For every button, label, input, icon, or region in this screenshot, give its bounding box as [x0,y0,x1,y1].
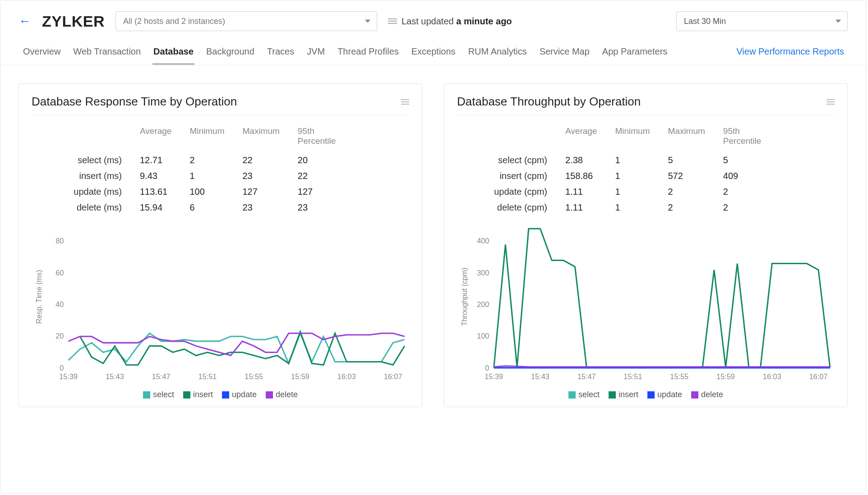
svg-text:15:43: 15:43 [106,372,124,380]
chart-legend: selectinsertupdatedelete [32,390,409,399]
row-label: update (ms) [59,184,131,200]
cell-p95: 23 [289,200,343,215]
app-title: ZYLKER [42,13,105,30]
svg-text:80: 80 [55,237,64,245]
tab-rum-analytics[interactable]: RUM Analytics [467,42,528,65]
panel-title: Database Throughput by Operation [457,95,641,109]
row-label: select (cpm) [484,152,556,168]
cell-avg: 158.86 [556,168,606,184]
cell-avg: 113.61 [131,184,180,200]
row-label: insert (cpm) [484,168,556,184]
cell-avg: 1.11 [556,184,606,200]
tab-app-parameters[interactable]: App Parameters [601,42,669,65]
table-row: delete (ms)15.9462323 [59,200,343,215]
svg-text:100: 100 [477,332,489,340]
svg-text:16:03: 16:03 [763,372,781,380]
tab-service-map[interactable]: Service Map [539,42,591,65]
cell-min: 1 [606,200,659,215]
legend-label: select [153,390,174,399]
panel-response-time: Database Response Time by Operation Aver… [18,83,422,407]
legend-swatch [647,391,655,399]
cell-min: 1 [606,184,659,200]
col-header: Minimum [606,124,659,152]
tab-background[interactable]: Background [205,42,255,65]
chevron-down-icon [365,20,370,23]
col-header: 95thPercentile [289,124,343,152]
col-header: 95thPercentile [714,124,768,152]
cell-p95: 20 [289,152,343,168]
chart-throughput: 0100200300400Throughput (cpm)15:3915:431… [457,221,835,386]
svg-text:20: 20 [55,332,64,340]
cell-min: 2 [180,152,233,168]
tab-traces[interactable]: Traces [266,42,295,65]
cell-avg: 9.43 [131,168,180,184]
chart-response-time: 020406080Resp. Time (ms)15:3915:4315:471… [32,221,409,386]
panel-menu-icon[interactable] [826,98,835,106]
panel-title: Database Response Time by Operation [32,95,237,109]
cell-max: 23 [234,200,289,215]
last-updated-value: a minute ago [456,16,512,26]
menu-icon[interactable] [388,17,397,25]
tab-bar: OverviewWeb TransactionDatabaseBackgroun… [0,37,866,65]
tab-database[interactable]: Database [152,42,194,65]
panel-menu-icon[interactable] [401,98,409,106]
legend-swatch [143,391,150,399]
table-row: delete (cpm)1.11122 [484,200,768,215]
svg-text:15:39: 15:39 [59,372,78,380]
table-row: update (ms)113.61100127127 [59,184,343,200]
row-label: delete (cpm) [484,200,556,215]
cell-avg: 1.11 [556,200,606,215]
svg-text:Resp. Time (ms): Resp. Time (ms) [35,270,43,324]
svg-text:15:59: 15:59 [716,372,735,380]
cell-min: 1 [606,152,659,168]
svg-text:0: 0 [485,364,489,372]
legend-item-insert[interactable]: insert [183,390,213,399]
svg-text:15:51: 15:51 [199,372,217,380]
legend-item-insert[interactable]: insert [609,390,638,399]
row-label: update (cpm) [484,184,556,200]
tab-exceptions[interactable]: Exceptions [411,42,457,65]
cell-max: 22 [234,152,289,168]
legend-swatch [609,391,616,399]
svg-text:400: 400 [477,237,489,245]
host-filter-select[interactable]: All (2 hosts and 2 instances) [115,11,377,31]
legend-item-select[interactable]: select [568,390,600,399]
legend-label: insert [619,390,638,399]
back-icon[interactable]: ← [18,15,31,28]
cell-p95: 5 [714,152,768,168]
series-insert [494,229,830,367]
last-updated-prefix: Last updated [402,16,456,26]
cell-max: 5 [659,152,714,168]
tab-thread-profiles[interactable]: Thread Profiles [337,42,400,65]
tab-jvm[interactable]: JVM [306,42,326,65]
tab-web-transaction[interactable]: Web Transaction [72,42,142,65]
cell-min: 1 [180,168,233,184]
legend-label: update [232,390,257,399]
legend-item-delete[interactable]: delete [266,390,298,399]
panel-throughput: Database Throughput by Operation Average… [444,83,848,407]
svg-text:40: 40 [55,300,64,308]
view-performance-reports-link[interactable]: View Performance Reports [735,42,848,65]
cell-p95: 127 [289,184,343,200]
legend-label: update [657,390,682,399]
col-header: Minimum [180,124,233,152]
svg-text:15:55: 15:55 [245,372,263,380]
row-label: select (ms) [59,152,131,168]
time-range-select[interactable]: Last 30 Min [676,11,848,31]
cell-max: 572 [659,168,714,184]
cell-p95: 2 [714,184,768,200]
svg-text:15:55: 15:55 [670,372,688,380]
legend-item-delete[interactable]: delete [691,390,723,399]
chart-legend: selectinsertupdatedelete [457,390,835,399]
stats-table-throughput: AverageMinimumMaximum95thPercentileselec… [484,124,768,215]
svg-text:15:47: 15:47 [152,372,171,380]
svg-text:Throughput (cpm): Throughput (cpm) [460,268,468,326]
legend-item-select[interactable]: select [143,390,174,399]
chevron-down-icon [836,20,841,23]
tab-overview[interactable]: Overview [22,42,61,65]
legend-item-update[interactable]: update [647,390,682,399]
cell-p95: 22 [289,168,343,184]
svg-text:15:43: 15:43 [531,372,549,380]
legend-item-update[interactable]: update [222,390,257,399]
cell-p95: 409 [714,168,768,184]
